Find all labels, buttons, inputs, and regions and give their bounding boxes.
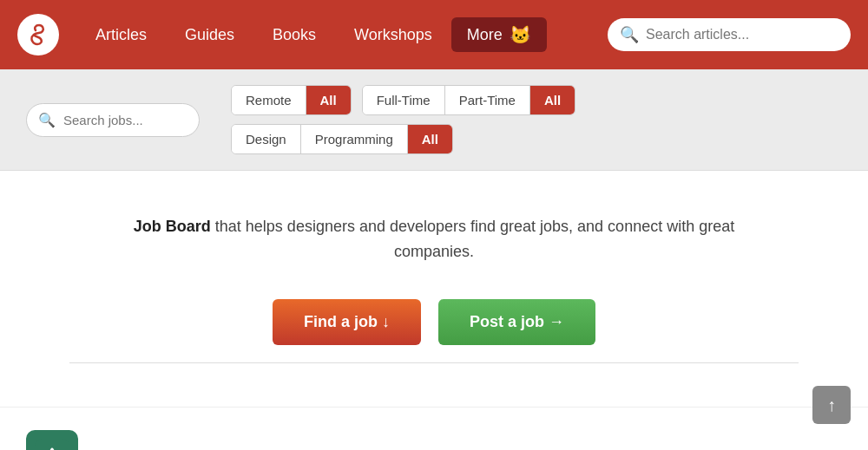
category-filter-group: Design Programming All [231, 124, 453, 154]
filter-all-location[interactable]: All [306, 86, 351, 114]
logo[interactable] [17, 14, 59, 55]
filter-all-time[interactable]: All [530, 86, 575, 114]
time-filter-group: Full-Time Part-Time All [362, 85, 575, 115]
divider [69, 362, 799, 363]
job-search-icon: 🔍 [38, 112, 56, 128]
filter-remote[interactable]: Remote [232, 86, 306, 114]
nav-articles[interactable]: Articles [76, 0, 166, 69]
main-nav: Articles Guides Books Workshops More 🐱 [76, 0, 608, 69]
tagline-bold: Job Board [134, 218, 211, 235]
filter-row-2: Design Programming All [231, 124, 575, 154]
job-search-wrap: 🔍 [26, 103, 200, 137]
nav-workshops[interactable]: Workshops [335, 0, 451, 69]
location-filter-group: Remote All [231, 85, 352, 115]
nav-books[interactable]: Books [253, 0, 335, 69]
back-to-top-button[interactable]: ↑ [812, 386, 851, 424]
more-icon: 🐱 [510, 24, 531, 45]
job-logo [26, 430, 78, 450]
header: Articles Guides Books Workshops More 🐱 🔍 [0, 0, 868, 69]
nav-more-label: More [467, 26, 503, 44]
nav-guides[interactable]: Guides [166, 0, 253, 69]
nav-more[interactable]: More 🐱 [451, 17, 547, 52]
logo-circle [17, 14, 59, 55]
filter-all-category[interactable]: All [408, 125, 452, 153]
find-job-button[interactable]: Find a job ↓ [273, 299, 421, 345]
filter-bar: 🔍 Remote All Full-Time Part-Time All Des… [0, 69, 868, 171]
header-search-icon: 🔍 [620, 25, 639, 44]
cta-buttons: Find a job ↓ Post a job → [17, 299, 851, 345]
header-search: 🔍 [608, 18, 851, 51]
tagline-rest: that helps designers and developers find… [211, 218, 734, 260]
main-content: Job Board that helps designers and devel… [0, 171, 868, 407]
job-listings: Senior Interactive Designer for Social I… [0, 407, 868, 450]
filter-groups: Remote All Full-Time Part-Time All Desig… [231, 85, 575, 154]
tagline: Job Board that helps designers and devel… [130, 214, 738, 264]
filter-parttime[interactable]: Part-Time [445, 86, 530, 114]
job-item[interactable]: Senior Interactive Designer for Social I… [26, 416, 842, 450]
post-job-button[interactable]: Post a job → [438, 299, 595, 345]
filter-programming[interactable]: Programming [301, 125, 408, 153]
filter-row-1: Remote All Full-Time Part-Time All [231, 85, 575, 115]
header-search-input[interactable] [608, 18, 851, 51]
filter-fulltime[interactable]: Full-Time [363, 86, 445, 114]
filter-design[interactable]: Design [232, 125, 301, 153]
